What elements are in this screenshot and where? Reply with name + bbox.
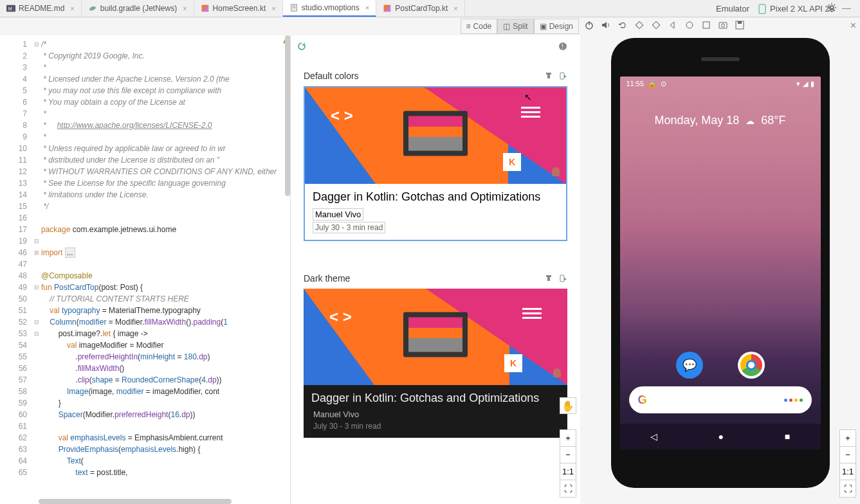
- zoom-in-button[interactable]: +: [560, 430, 576, 447]
- kotlin-icon: [201, 4, 210, 13]
- svg-rect-30: [703, 22, 709, 28]
- notif-icon: ⊙: [661, 80, 666, 88]
- close-icon[interactable]: ×: [183, 4, 187, 12]
- fold-column: ⊟⊟⊞⊟⊟⊟: [32, 35, 41, 504]
- preview-card[interactable]: < > K Dagger in Kotlin: Gotchas and Opti…: [304, 86, 567, 241]
- zoom-out-button[interactable]: −: [840, 447, 855, 464]
- card-title: Dagger in Kotlin: Gotchas and Optimizati…: [313, 190, 558, 204]
- deploy-icon[interactable]: [558, 71, 567, 80]
- home-icon[interactable]: [684, 20, 695, 30]
- svg-marker-18: [564, 75, 567, 78]
- tab-homescreen[interactable]: HomeScreen.kt ×: [194, 0, 283, 17]
- text-file-icon: [289, 3, 298, 12]
- code-angle-icon: < >: [329, 308, 352, 326]
- tab-postcardtop[interactable]: PostCardTop.kt ×: [376, 0, 464, 17]
- pan-hand-button[interactable]: ✋: [560, 397, 576, 414]
- close-icon[interactable]: ×: [70, 4, 74, 12]
- emulator-pane: × 11:55 🔒 ⊙ ▾ ◢ ▮ Monday,: [580, 35, 860, 504]
- close-panel-icon[interactable]: ×: [850, 20, 856, 32]
- volume-icon[interactable]: [601, 20, 611, 30]
- warning-icon[interactable]: !: [558, 42, 567, 51]
- split-view-button[interactable]: ◫ Split: [497, 19, 533, 34]
- device-tab[interactable]: Pixel 2 XL API 28: [758, 4, 834, 14]
- zoom-out-button[interactable]: −: [560, 447, 576, 464]
- design-view-button[interactable]: ▣ Design: [534, 19, 579, 34]
- overview-icon[interactable]: [701, 20, 711, 30]
- horizontal-scrollbar[interactable]: [39, 499, 232, 504]
- tab-label: studio.vmoptions: [302, 3, 360, 12]
- pin-icon[interactable]: [544, 71, 553, 80]
- preview-title: Default colors: [304, 71, 359, 81]
- preview-card-dark[interactable]: < > K Dagger in Kotlin: Gotchas and Opti…: [304, 289, 567, 438]
- svg-rect-20: [547, 277, 550, 281]
- zoom-frame-button[interactable]: ⛶: [560, 480, 576, 497]
- hide-icon[interactable]: —: [842, 3, 851, 13]
- svg-rect-17: [560, 73, 564, 79]
- messages-app-icon[interactable]: 💬: [676, 352, 703, 379]
- pin-icon[interactable]: [544, 274, 553, 283]
- rotate-left-icon[interactable]: [618, 20, 628, 30]
- assistant-icon[interactable]: [784, 399, 803, 402]
- gear-icon[interactable]: [827, 3, 837, 13]
- tab-label: build.gradle (JetNews): [100, 4, 177, 13]
- google-logo-icon: G: [638, 393, 647, 407]
- zoom-fit-button[interactable]: 1:1: [560, 464, 576, 480]
- tab-readme[interactable]: M README.md ×: [0, 0, 82, 17]
- emulator-zoom-controls: + − 1:1 ⛶: [839, 429, 856, 498]
- gradle-icon: [88, 4, 97, 13]
- phone-time: 11:55: [627, 80, 645, 87]
- svg-rect-15: [546, 73, 551, 75]
- card-author: Manuel Vivo: [313, 208, 363, 221]
- chrome-app-icon[interactable]: [738, 352, 765, 379]
- nav-back-button[interactable]: ◁: [650, 431, 657, 442]
- svg-rect-19: [546, 275, 551, 277]
- android-icon: [548, 166, 563, 181]
- kotlin-logo-icon: K: [504, 354, 522, 372]
- lock-icon: 🔒: [648, 80, 657, 88]
- deploy-icon[interactable]: [558, 274, 567, 283]
- emulator-tab[interactable]: Emulator: [716, 4, 749, 14]
- diamond-icon[interactable]: [634, 20, 645, 30]
- svg-point-32: [722, 24, 725, 27]
- laptop-icon: [403, 312, 468, 357]
- nav-recent-button[interactable]: ■: [785, 431, 790, 442]
- refresh-icon[interactable]: [297, 42, 306, 51]
- tab-vmoptions[interactable]: studio.vmoptions ×: [283, 0, 376, 17]
- code-area[interactable]: /* * Copyright 2019 Google, Inc. * * Lic…: [41, 35, 290, 504]
- phone-screen[interactable]: 11:55 🔒 ⊙ ▾ ◢ ▮ Monday, May 18 ☁ 68°F: [620, 76, 821, 449]
- preview-dark-theme: Dark theme < > K Dagger in Kotlin: Gotch…: [304, 273, 567, 438]
- google-search-bar[interactable]: G: [629, 386, 812, 413]
- tab-build-gradle[interactable]: build.gradle (JetNews) ×: [82, 0, 194, 17]
- back-icon[interactable]: [668, 20, 678, 30]
- nav-home-button[interactable]: ●: [718, 431, 724, 442]
- preview-title: Dark theme: [304, 273, 350, 284]
- power-icon[interactable]: [584, 20, 594, 30]
- screenshot-icon[interactable]: [718, 20, 728, 30]
- battery-icon: ▮: [810, 80, 814, 88]
- view-label: Split: [513, 22, 527, 31]
- laptop-icon: [403, 111, 468, 156]
- zoom-frame-button[interactable]: ⛶: [840, 480, 855, 497]
- zoom-fit-button[interactable]: 1:1: [840, 464, 855, 480]
- view-mode-toggle: ≡ Code ◫ Split ▣ Design: [461, 17, 579, 35]
- close-icon[interactable]: ×: [453, 4, 457, 12]
- mouse-cursor-icon: ↖: [524, 92, 532, 102]
- card-meta: July 30 - 3 min read: [313, 222, 385, 233]
- line-gutter: 1234567891011121314151617194647484950515…: [0, 35, 32, 504]
- diamond-icon[interactable]: [651, 20, 661, 30]
- save-icon[interactable]: [735, 20, 745, 30]
- close-icon[interactable]: ×: [271, 4, 275, 12]
- android-icon: [549, 367, 565, 382]
- emulator-toolbar: [584, 20, 745, 30]
- zoom-in-button[interactable]: +: [840, 430, 855, 447]
- code-view-button[interactable]: ≡ Code: [461, 19, 498, 34]
- lines-icon: [521, 107, 540, 118]
- svg-text:M: M: [8, 6, 12, 11]
- markdown-icon: M: [6, 4, 15, 13]
- vertical-scrollbar[interactable]: [285, 35, 290, 196]
- close-icon[interactable]: ×: [365, 4, 369, 12]
- svg-rect-31: [719, 22, 727, 28]
- card-title: Dagger in Kotlin: Gotchas and Optimizati…: [311, 392, 560, 406]
- hand-icon: ✋: [562, 400, 574, 412]
- lines-icon: [522, 308, 542, 319]
